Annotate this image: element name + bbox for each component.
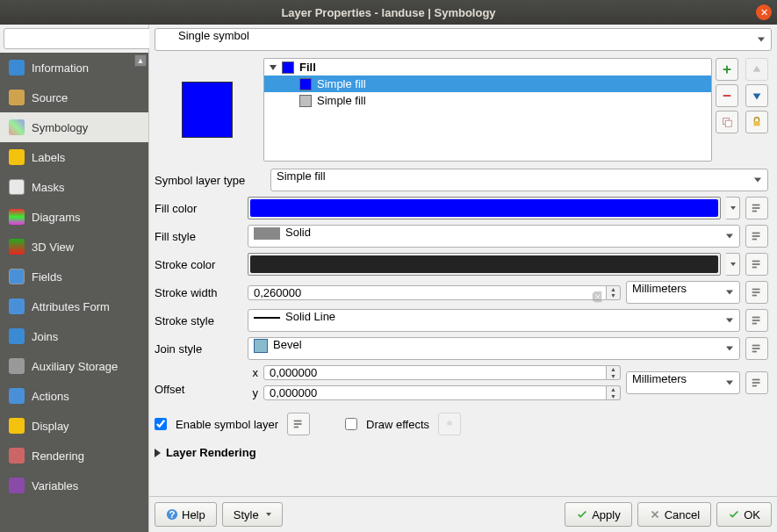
fill-style-expr-button[interactable] [745, 225, 768, 248]
offset-label: Offset [155, 365, 242, 396]
disclosure-triangle-icon [155, 449, 161, 457]
draw-effects-label: Draw effects [366, 418, 429, 431]
window-title: Layer Properties - landuse | Symbology [281, 6, 495, 19]
svg-rect-6 [725, 120, 731, 126]
svg-rect-9 [752, 207, 760, 209]
nav-item-labels[interactable]: Labels [0, 142, 148, 172]
nav-item-auxiliary-storage[interactable]: Auxiliary Storage [0, 351, 148, 381]
nav-label: Actions [32, 390, 69, 403]
nav-item-display[interactable]: Display [0, 411, 148, 441]
stroke-width-unit-combo[interactable]: Millimeters [626, 281, 740, 304]
fill-color-expr-button[interactable] [745, 197, 768, 219]
fill-style-label: Fill style [155, 230, 242, 243]
stroke-style-expr-button[interactable] [745, 309, 768, 332]
ok-button[interactable]: OK [716, 502, 772, 527]
svg-rect-17 [752, 289, 760, 291]
fill-style-combo[interactable]: Solid [248, 225, 740, 248]
nav-item-diagrams[interactable]: Diagrams [0, 202, 148, 232]
symbol-layer-tree[interactable]: Fill Simple fill Simple fill [263, 58, 712, 162]
nav-label: Diagrams [32, 211, 81, 224]
nav-label: Joins [32, 330, 58, 343]
stroke-color-menu-button[interactable] [726, 253, 740, 276]
join-style-combo[interactable]: Bevel [248, 337, 740, 360]
offset-x-input[interactable] [263, 365, 607, 380]
svg-rect-15 [752, 263, 760, 265]
svg-rect-7 [754, 121, 760, 126]
renderer-type-combo[interactable]: Single symbol [155, 28, 772, 51]
apply-button[interactable]: Apply [565, 502, 632, 527]
nav-item-joins[interactable]: Joins [0, 321, 148, 351]
offset-y-spinner[interactable]: ▲▼ [607, 385, 621, 400]
nav-item-3dview[interactable]: 3D View [0, 232, 148, 262]
stroke-color-button[interactable] [248, 253, 721, 276]
nav-item-information[interactable]: Information [0, 53, 148, 83]
nav-item-attributes-form[interactable]: Attributes Form [0, 291, 148, 321]
svg-rect-29 [294, 421, 302, 422]
search-input[interactable] [4, 28, 163, 49]
help-button[interactable]: ?Help [155, 502, 217, 527]
join-style-expr-button[interactable] [745, 337, 768, 360]
stroke-width-input[interactable] [248, 285, 607, 300]
add-layer-button[interactable] [716, 58, 738, 81]
move-down-button[interactable] [745, 84, 768, 107]
tree-row-fill[interactable]: Fill [264, 59, 711, 75]
svg-rect-31 [294, 427, 299, 428]
offset-expr-button[interactable] [745, 371, 768, 394]
tree-row-simple-fill-2[interactable]: Simple fill [264, 92, 711, 109]
cancel-button[interactable]: Cancel [637, 502, 711, 527]
help-label: Help [182, 508, 205, 521]
symbol-layer-type-combo[interactable]: Simple fill [270, 169, 768, 191]
close-button[interactable]: ✕ [756, 4, 772, 20]
enable-expr-button[interactable] [287, 413, 310, 435]
layer-rendering-section[interactable]: Layer Rendering [155, 446, 772, 459]
svg-rect-24 [752, 348, 760, 349]
nav-item-symbology[interactable]: Symbology [0, 112, 148, 142]
stroke-width-expr-button[interactable] [745, 281, 768, 304]
disclosure-triangle-icon[interactable] [270, 65, 277, 70]
nav-item-source[interactable]: Source [0, 83, 148, 112]
nav-item-masks[interactable]: Masks [0, 172, 148, 202]
svg-rect-26 [752, 379, 760, 381]
offset-x-spinner[interactable]: ▲▼ [607, 365, 621, 380]
draw-effects-checkbox[interactable] [345, 418, 357, 430]
cancel-label: Cancel [665, 508, 700, 521]
svg-rect-30 [294, 423, 302, 425]
nav-sidebar: ▲ Information Source Symbology Labels Ma… [0, 53, 148, 532]
svg-rect-16 [752, 267, 757, 269]
svg-rect-25 [752, 351, 757, 353]
tree-label: Simple fill [317, 77, 366, 90]
tree-row-simple-fill-1[interactable]: Simple fill [264, 75, 711, 92]
stroke-width-label: Stroke width [155, 286, 242, 299]
fill-color-button[interactable] [248, 197, 721, 219]
color-swatch-icon [282, 61, 294, 74]
svg-rect-12 [752, 235, 760, 237]
offset-y-input[interactable] [263, 385, 607, 400]
offset-unit-combo[interactable]: Millimeters [626, 371, 740, 394]
clear-icon[interactable] [591, 291, 603, 303]
apply-label: Apply [592, 508, 621, 521]
svg-rect-13 [752, 239, 757, 241]
scroll-up-icon[interactable]: ▲ [134, 54, 147, 67]
nav-label: Information [32, 61, 89, 75]
enable-symbol-layer-checkbox[interactable] [155, 418, 167, 430]
nav-label: Variables [32, 479, 78, 492]
stroke-color-expr-button[interactable] [745, 253, 768, 276]
tree-label: Simple fill [317, 94, 366, 107]
titlebar: Layer Properties - landuse | Symbology ✕ [0, 0, 777, 25]
stroke-color-label: Stroke color [155, 258, 242, 271]
nav-item-actions[interactable]: Actions [0, 381, 148, 411]
lock-layer-button[interactable] [745, 111, 768, 133]
fill-color-menu-button[interactable] [726, 197, 740, 219]
style-button[interactable]: Style [222, 502, 283, 527]
nav-item-fields[interactable]: Fields [0, 262, 148, 291]
move-up-button[interactable] [745, 58, 768, 81]
join-style-label: Join style [155, 342, 242, 356]
remove-layer-button[interactable] [716, 84, 738, 107]
duplicate-layer-button[interactable] [716, 111, 738, 133]
nav-item-rendering[interactable]: Rendering [0, 441, 148, 471]
draw-effects-config-button[interactable] [438, 413, 461, 435]
stroke-width-spinner[interactable]: ▲▼ [607, 285, 621, 300]
stroke-style-combo[interactable]: Solid Line [248, 309, 740, 332]
nav-item-variables[interactable]: Variables [0, 471, 148, 500]
stroke-style-label: Stroke style [155, 314, 242, 327]
